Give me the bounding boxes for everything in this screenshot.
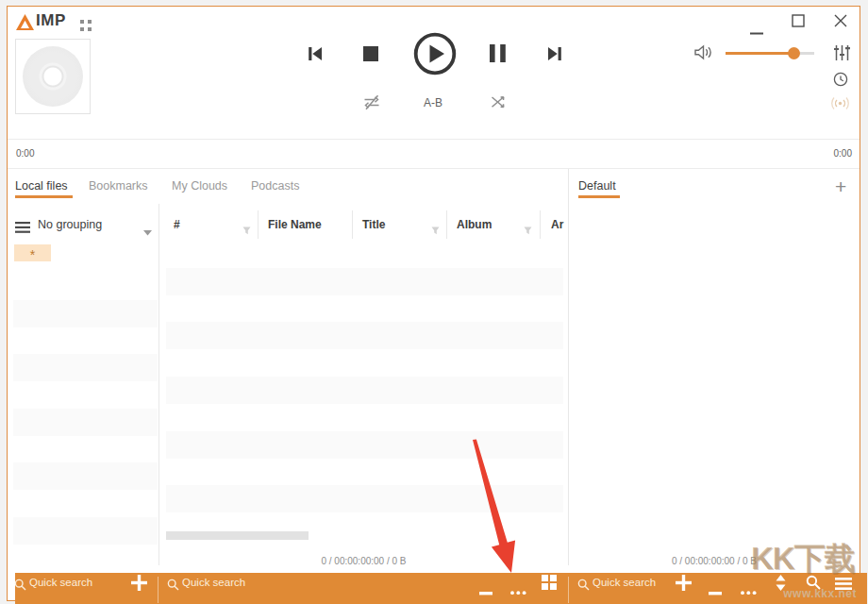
time-remaining: 0:00 bbox=[803, 148, 852, 159]
chevron-down-icon[interactable] bbox=[143, 223, 152, 240]
more-button[interactable] bbox=[510, 582, 526, 599]
tab-bookmarks[interactable]: Bookmarks bbox=[89, 179, 148, 193]
filter-icon[interactable] bbox=[431, 222, 440, 239]
quick-search-input[interactable]: Quick search bbox=[182, 577, 245, 588]
search-icon bbox=[577, 578, 590, 595]
grid-view-button[interactable] bbox=[542, 575, 557, 594]
search-icon bbox=[14, 578, 26, 595]
divider bbox=[8, 168, 860, 169]
filter-icon[interactable] bbox=[524, 222, 532, 239]
scheduler-clock-icon[interactable] bbox=[833, 72, 848, 91]
search-icon bbox=[167, 578, 179, 595]
column-header-album[interactable]: Album bbox=[457, 218, 492, 231]
add-button[interactable] bbox=[676, 575, 692, 595]
playlist-row-stripe bbox=[166, 377, 563, 404]
column-header-filename[interactable]: File Name bbox=[268, 218, 322, 231]
previous-button[interactable] bbox=[307, 45, 324, 66]
maximize-icon[interactable] bbox=[792, 14, 805, 31]
repeat-icon[interactable] bbox=[363, 94, 380, 114]
tree-row-stripe bbox=[13, 517, 158, 545]
time-elapsed: 0:00 bbox=[16, 148, 34, 159]
horizontal-scrollbar-thumb[interactable] bbox=[166, 531, 309, 540]
playlist-tab-default[interactable]: Default bbox=[578, 179, 616, 193]
tab-my-clouds[interactable]: My Clouds bbox=[172, 179, 227, 193]
quick-search-input[interactable]: Quick search bbox=[593, 577, 656, 588]
aimp-window: IMP bbox=[7, 6, 860, 601]
tree-row-stripe bbox=[13, 462, 158, 490]
tree-row-stripe bbox=[13, 300, 158, 327]
ab-repeat-button[interactable]: A-B bbox=[424, 96, 442, 109]
grouping-selector[interactable]: No grouping bbox=[38, 218, 102, 231]
screenshot-stage: IMP bbox=[0, 0, 868, 604]
shuffle-icon[interactable] bbox=[491, 94, 507, 114]
volume-slider-thumb[interactable] bbox=[788, 47, 800, 59]
cd-disc-icon bbox=[23, 46, 83, 107]
panel-divider bbox=[159, 204, 159, 565]
playlist-row-stripe bbox=[166, 485, 563, 512]
equalizer-icon[interactable] bbox=[834, 44, 850, 65]
stop-button[interactable] bbox=[363, 46, 378, 65]
divider bbox=[8, 139, 860, 140]
snap-grid-icon[interactable] bbox=[80, 19, 92, 36]
column-header-number[interactable]: # bbox=[174, 218, 180, 231]
volume-icon[interactable] bbox=[693, 43, 713, 65]
album-art[interactable] bbox=[15, 39, 91, 114]
group-item-star[interactable]: * bbox=[14, 244, 51, 261]
play-button[interactable] bbox=[413, 32, 457, 79]
pause-button[interactable] bbox=[490, 44, 506, 66]
radio-broadcast-icon[interactable] bbox=[830, 96, 850, 114]
aimp-logo-triangle-icon bbox=[16, 14, 34, 34]
remove-button[interactable] bbox=[479, 582, 492, 599]
quick-search-input[interactable]: Quick search bbox=[29, 577, 92, 588]
add-button[interactable] bbox=[131, 575, 147, 595]
remove-button[interactable] bbox=[709, 582, 722, 599]
tree-row-stripe bbox=[13, 354, 158, 381]
toolbar-divider bbox=[158, 577, 159, 603]
column-header-title[interactable]: Title bbox=[362, 218, 385, 231]
toolbar-divider bbox=[568, 577, 569, 603]
playlist-row-stripe bbox=[166, 322, 563, 349]
tab-local-files[interactable]: Local files bbox=[15, 179, 68, 193]
panel-divider bbox=[568, 169, 569, 565]
tab-podcasts[interactable]: Podcasts bbox=[251, 179, 299, 193]
playlist-row-stripe bbox=[166, 268, 563, 295]
playlist-status: 0 / 00:00:00:00 / 0 B bbox=[159, 556, 568, 566]
grouping-menu-icon[interactable] bbox=[15, 220, 30, 237]
next-button[interactable] bbox=[546, 45, 563, 66]
active-tab-underline bbox=[15, 195, 73, 198]
add-playlist-button[interactable]: + bbox=[835, 176, 846, 198]
filter-icon[interactable] bbox=[242, 222, 251, 239]
watermark-logo: KK下载 bbox=[751, 538, 855, 580]
close-icon[interactable] bbox=[833, 13, 848, 32]
playlist-row-stripe bbox=[166, 431, 563, 459]
minimize-icon[interactable] bbox=[750, 22, 764, 39]
playlist-tab-underline bbox=[578, 195, 620, 198]
column-header-artist[interactable]: Ar bbox=[551, 218, 563, 231]
aimp-logo: IMP bbox=[36, 11, 66, 30]
watermark-url: www.kkx.net bbox=[753, 587, 857, 600]
tree-row-stripe bbox=[13, 409, 158, 436]
volume-slider-fill bbox=[726, 52, 793, 55]
